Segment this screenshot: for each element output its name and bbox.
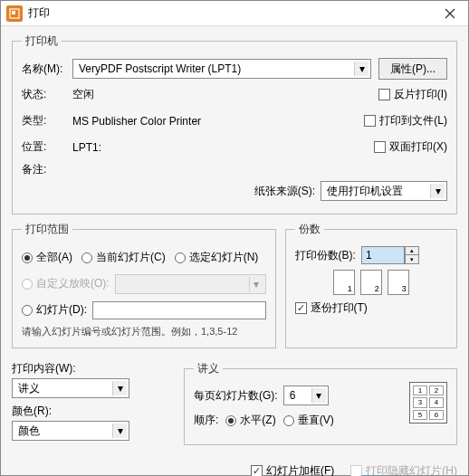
paper-source-label: 纸张来源(S): (254, 184, 315, 199)
radio-icon (22, 305, 33, 316)
checkbox-icon (364, 115, 376, 127)
copies-group: 份数 打印份数(B): ▴▾ 1 2 3 逐份打印(T) (285, 222, 457, 348)
type-value: MS Publisher Color Printer (72, 115, 364, 128)
range-group: 打印范围 全部(A) 当前幻灯片(C) 选定幻灯片(N) 自定义放映(O): ▾… (12, 222, 276, 348)
custom-show-combo: ▾ (115, 274, 266, 294)
properties-button[interactable]: 属性(P)... (378, 58, 447, 80)
collate-preview: 1 2 3 (295, 270, 447, 295)
color-value: 颜色 (18, 424, 112, 439)
frame-checkbox[interactable]: 幻灯片加框(F) (251, 463, 334, 476)
print-dialog: 打印 打印机 名称(M): VeryPDF Postscript Writer … (0, 0, 469, 476)
slides-input[interactable] (92, 301, 266, 319)
handouts-group: 讲义 每页幻灯片数(G): 6 ▾ 顺序: (184, 361, 457, 445)
window-title: 打印 (28, 5, 437, 21)
where-label: 位置: (22, 139, 72, 155)
close-icon (445, 8, 455, 19)
radio-icon (283, 415, 294, 426)
spin-down-icon: ▾ (406, 255, 418, 263)
printer-name-value: VeryPDF Postscript Writer (LPT1) (79, 62, 354, 75)
range-slides-radio[interactable]: 幻灯片(D): (22, 302, 87, 318)
radio-icon (22, 279, 33, 290)
app-icon (6, 5, 23, 22)
paper-source-combo[interactable]: 使用打印机设置 ▾ (321, 181, 447, 201)
chevron-down-icon: ▾ (354, 62, 368, 76)
chevron-down-icon: ▾ (430, 184, 445, 198)
per-page-value: 6 (290, 389, 311, 402)
paper-source-value: 使用打印机设置 (327, 184, 430, 199)
duplex-checkbox[interactable]: 双面打印(X) (374, 139, 447, 155)
printer-group: 打印机 名称(M): VeryPDF Postscript Writer (LP… (12, 33, 457, 214)
order-vert-radio[interactable]: 垂直(V) (283, 413, 334, 428)
collate-icon: 2 (360, 270, 382, 295)
collate-icon: 1 (333, 270, 355, 295)
copies-legend: 份数 (295, 222, 324, 237)
content-value: 讲义 (18, 381, 112, 396)
checkbox-icon (378, 89, 390, 100)
range-current-radio[interactable]: 当前幻灯片(C) (81, 250, 166, 265)
type-label: 类型: (22, 113, 72, 129)
invert-checkbox[interactable]: 反片打印(I) (378, 87, 447, 102)
content-combo[interactable]: 讲义 ▾ (12, 378, 129, 398)
print-to-file-checkbox[interactable]: 打印到文件(L) (364, 113, 447, 129)
per-page-label: 每页幻灯片数(G): (194, 388, 278, 404)
printer-name-label: 名称(M): (22, 62, 72, 77)
color-label: 颜色(R): (12, 404, 175, 419)
handout-layout-icon: 1 2 3 4 5 6 (409, 382, 447, 424)
order-horiz-radio[interactable]: 水平(Z) (225, 413, 275, 428)
range-custom-show-radio: 自定义放映(O): (22, 276, 110, 291)
where-value: LPT1: (72, 141, 374, 154)
comment-label: 备注: (22, 162, 72, 177)
copies-input[interactable] (361, 246, 405, 264)
radio-icon (225, 415, 236, 426)
order-label: 顺序: (194, 413, 218, 428)
content-label: 打印内容(W): (12, 361, 175, 376)
radio-icon (81, 252, 92, 263)
checkbox-icon (374, 141, 386, 153)
color-combo[interactable]: 颜色 ▾ (12, 421, 129, 441)
collate-checkbox[interactable]: 逐份打印(T) (295, 300, 447, 316)
chevron-down-icon: ▾ (112, 381, 127, 395)
range-legend: 打印范围 (22, 222, 72, 237)
chevron-down-icon: ▾ (311, 388, 326, 403)
range-all-radio[interactable]: 全部(A) (22, 250, 72, 265)
per-page-combo[interactable]: 6 ▾ (283, 386, 329, 405)
chevron-down-icon: ▾ (112, 424, 127, 438)
printer-legend: 打印机 (22, 33, 62, 49)
printer-name-combo[interactable]: VeryPDF Postscript Writer (LPT1) ▾ (72, 59, 371, 79)
status-label: 状态: (22, 87, 72, 102)
svg-rect-1 (12, 11, 15, 14)
close-button[interactable] (437, 1, 463, 26)
status-value: 空闲 (72, 87, 378, 102)
checkbox-icon (350, 465, 362, 476)
chevron-down-icon: ▾ (249, 277, 263, 291)
titlebar: 打印 (1, 1, 468, 26)
handouts-legend: 讲义 (194, 361, 223, 376)
copies-spinner[interactable]: ▴▾ (405, 246, 419, 264)
range-selected-radio[interactable]: 选定幻灯片(N) (175, 250, 259, 265)
radio-icon (175, 252, 186, 263)
collate-icon: 3 (388, 270, 409, 295)
range-hint: 请输入幻灯片编号或幻灯片范围。例如，1,3,5-12 (22, 325, 266, 338)
copies-count-label: 打印份数(B): (295, 248, 356, 263)
checkbox-icon (295, 302, 307, 314)
checkbox-icon (251, 465, 263, 476)
hidden-checkbox: 打印隐藏幻灯片(H) (350, 463, 457, 476)
spin-up-icon: ▴ (406, 247, 418, 255)
radio-icon (22, 252, 33, 263)
